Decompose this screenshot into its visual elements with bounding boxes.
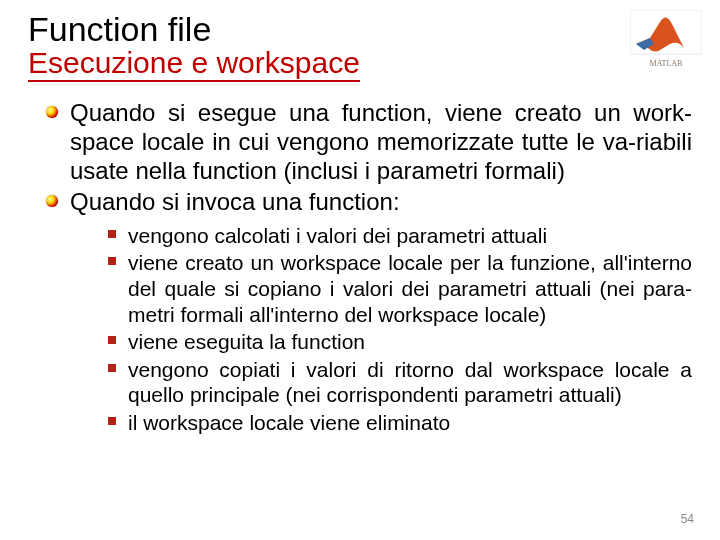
content-area: Quando si esegue una function, viene cre… (28, 98, 692, 436)
list-item-text: viene creato un workspace locale per la … (128, 251, 692, 325)
list-item: vengono calcolati i valori dei parametri… (108, 223, 692, 249)
subtitle-text: Esecuzione e workspace (28, 46, 360, 82)
list-item: viene eseguita la function (108, 329, 692, 355)
list-item: vengono copiati i valori di ritorno dal … (108, 357, 692, 408)
list-item-text: vengono calcolati i valori dei parametri… (128, 224, 547, 247)
list-item-text: vengono copiati i valori di ritorno dal … (128, 358, 692, 407)
list-item-text: il workspace locale viene eliminato (128, 411, 450, 434)
page-number: 54 (681, 512, 694, 526)
list-item: il workspace locale viene eliminato (108, 410, 692, 436)
matlab-logo: MATLAB (630, 10, 702, 70)
list-item-text: Quando si invoca una function: (70, 188, 400, 215)
svg-text:MATLAB: MATLAB (650, 59, 683, 68)
list-item: Quando si invoca una function: vengono c… (46, 187, 692, 435)
title-text: Function file (28, 12, 692, 48)
list-item: Quando si esegue una function, viene cre… (46, 98, 692, 186)
list-item: viene creato un workspace locale per la … (108, 250, 692, 327)
slide-title: Function file Esecuzione e workspace (28, 12, 692, 82)
slide: MATLAB Function file Esecuzione e worksp… (0, 0, 720, 540)
list-item-text: viene eseguita la function (128, 330, 365, 353)
list-item-text: Quando si esegue una function, viene cre… (70, 99, 692, 185)
bullet-list-level1: Quando si esegue una function, viene cre… (46, 98, 692, 436)
bullet-list-level2: vengono calcolati i valori dei parametri… (108, 223, 692, 436)
